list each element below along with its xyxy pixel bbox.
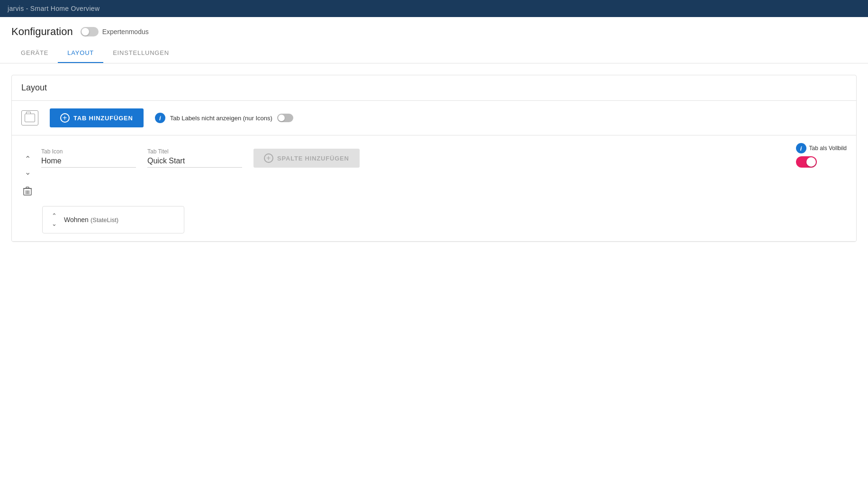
svg-rect-2 <box>26 187 29 188</box>
config-panel: Konfiguration Expertenmodus GERÄTE LAYOU… <box>0 17 868 483</box>
tab-titel-value[interactable]: Quick Start <box>147 157 242 168</box>
plus-icon: + <box>60 113 70 123</box>
tab-icon-shape <box>25 114 35 122</box>
tab-delete-button[interactable] <box>21 185 34 200</box>
vollbild-info-icon[interactable]: i <box>796 143 806 153</box>
tab-icon-value[interactable]: Home <box>41 157 136 168</box>
tab-item-row: ⌃ ⌄ <box>12 135 856 242</box>
config-header: Konfiguration Expertenmodus <box>0 17 868 38</box>
tab-move-up-button[interactable]: ⌃ <box>23 154 33 164</box>
add-column-plus-icon: + <box>264 153 273 163</box>
app-title: jarvis - Smart Home Overview <box>8 5 99 12</box>
vollbild-knob <box>806 157 816 167</box>
config-title: Konfiguration <box>11 26 73 38</box>
top-bar: jarvis - Smart Home Overview <box>0 0 868 17</box>
tab-icon-label: Tab Icon <box>41 148 136 155</box>
tab-icon-placeholder <box>21 110 38 125</box>
tab-nav-geraete[interactable]: GERÄTE <box>11 44 58 63</box>
add-column-label: SPALTE HINZUFÜGEN <box>277 155 349 162</box>
tab-nav-einstellungen[interactable]: EINSTELLUNGEN <box>103 44 179 63</box>
expertenmodus-switch[interactable] <box>81 27 99 36</box>
tab-item-main: ⌃ ⌄ <box>21 143 847 200</box>
tab-titel-field-group: Tab Titel Quick Start <box>147 148 242 168</box>
labels-toggle-switch[interactable] <box>277 114 293 122</box>
labels-info-icon[interactable]: i <box>155 113 165 123</box>
labels-toggle-text: Tab Labels nicht anzeigen (nur Icons) <box>170 115 272 122</box>
vollbild-toggle[interactable] <box>796 156 817 168</box>
tab-nav-layout[interactable]: LAYOUT <box>58 44 103 63</box>
layout-section-card: Layout + TAB HINZUFÜGEN i Tab Labels nic… <box>11 75 857 242</box>
vollbild-label: Tab als Vollbild <box>809 145 847 152</box>
tab-controls-row: + TAB HINZUFÜGEN i Tab Labels nicht anze… <box>12 101 856 135</box>
column-card: ⌃ ⌄ Wohnen (StateList) <box>42 206 184 233</box>
expertenmodus-label: Expertenmodus <box>102 28 149 36</box>
col-arrows: ⌃ ⌄ <box>50 212 58 227</box>
column-type: (StateList) <box>90 216 118 224</box>
labels-toggle-knob <box>278 115 285 121</box>
tab-move-down-button[interactable]: ⌄ <box>23 168 33 177</box>
tab-fields: Tab Icon Home Tab Titel Quick Start + SP… <box>41 143 847 168</box>
labels-toggle-group: i Tab Labels nicht anzeigen (nur Icons) <box>155 113 293 123</box>
content-area: Layout + TAB HINZUFÜGEN i Tab Labels nic… <box>0 63 868 261</box>
tabs-nav: GERÄTE LAYOUT EINSTELLUNGEN <box>0 44 868 63</box>
column-name[interactable]: Wohnen <box>64 216 89 224</box>
col-move-up-button[interactable]: ⌃ <box>50 212 58 219</box>
tab-controls: ⌃ ⌄ <box>21 143 34 200</box>
expertenmodus-knob <box>81 28 89 36</box>
col-move-down-button[interactable]: ⌄ <box>50 220 58 227</box>
add-tab-button[interactable]: + TAB HINZUFÜGEN <box>50 108 144 127</box>
layout-section-title: Layout <box>21 83 47 92</box>
layout-section-header: Layout <box>12 75 856 101</box>
column-item: ⌃ ⌄ Wohnen (StateList) <box>43 206 184 233</box>
expertenmodus-toggle[interactable]: Expertenmodus <box>81 27 149 36</box>
add-column-button: + SPALTE HINZUFÜGEN <box>253 149 360 168</box>
tab-icon-field-group: Tab Icon Home <box>41 148 136 168</box>
add-tab-label: TAB HINZUFÜGEN <box>73 115 133 122</box>
vollbild-group: i Tab als Vollbild <box>796 143 847 168</box>
tab-titel-label: Tab Titel <box>147 148 242 155</box>
